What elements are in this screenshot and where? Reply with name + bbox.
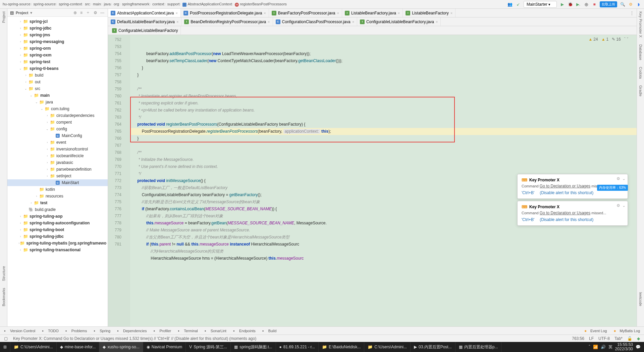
caret-pos[interactable]: 763:56 xyxy=(572,336,584,341)
editor-tab[interactable]: IConfigurableListableBeanFactory.java× xyxy=(357,17,441,26)
breadcrumb-item[interactable]: spring-source xyxy=(34,2,56,6)
editor-tab[interactable]: IBeanDefinitionRegistryPostProcessor.jav… xyxy=(181,17,273,26)
bottom-tool-dependencies[interactable]: ▪Dependencies xyxy=(117,328,147,333)
stop-icon[interactable]: ■ xyxy=(592,2,597,7)
windows-taskbar[interactable]: ⊞📁C:\Users\Admini...◆mine-base-infor...◆… xyxy=(0,342,644,352)
run-config-selector[interactable]: MainStarter ▾ xyxy=(524,1,557,8)
tree-node[interactable]: ›📁spring-tuling-aop xyxy=(7,213,108,220)
bottom-tool-sonarlint[interactable]: ▪SonarLint xyxy=(205,328,226,333)
taskbar-item[interactable]: ◆mine-base-infor... xyxy=(57,342,100,352)
tree-node[interactable]: ›📁event xyxy=(7,139,108,146)
project-tool[interactable]: Project xyxy=(2,11,6,23)
tree-node[interactable]: ›📁spring-tuling-mybatis [org.springframe… xyxy=(7,240,108,247)
gradle-tool[interactable]: Gradle xyxy=(639,85,643,96)
breadcrumb-item[interactable]: springframework xyxy=(122,2,149,6)
close-icon[interactable]: ⚙ xyxy=(616,176,620,181)
tree-node[interactable]: 📁kotlin xyxy=(7,186,108,193)
tree-node[interactable]: ⌄📁src xyxy=(7,85,108,92)
settings-icon[interactable]: ⚙ xyxy=(628,2,633,7)
bottom-tool-mybatis-log[interactable]: ●MyBatis Log xyxy=(613,328,640,333)
database-tool[interactable]: Database xyxy=(639,44,643,60)
taskbar-item[interactable]: 📁C:\Users\Admini... xyxy=(10,342,57,352)
profile-icon[interactable]: ◎ xyxy=(584,2,589,7)
tree-node[interactable]: ›📁spring-messaging xyxy=(7,38,108,45)
tree-node[interactable]: ⌄📁com.tuling xyxy=(7,105,108,112)
taskbar-item[interactable]: VSpring 源码-第三... xyxy=(186,342,231,352)
tree-node[interactable]: ⌄📁java xyxy=(7,99,108,105)
settings-icon[interactable]: ⚙ xyxy=(94,10,98,15)
tree-node[interactable]: ›📁setInject xyxy=(7,173,108,179)
editor-tab[interactable]: IListableBeanFactory.java× xyxy=(342,9,403,17)
breadcrumb-item[interactable]: java xyxy=(104,2,111,6)
tree-node[interactable]: 🐘build.gradle xyxy=(7,206,108,213)
taskbar-item[interactable]: ▦内置后置处理器p... xyxy=(455,342,502,352)
memory-badge[interactable]: 内存使用率：63% xyxy=(597,185,628,191)
tree-node[interactable]: ›📁spring-orm xyxy=(7,45,108,52)
close-icon[interactable]: × xyxy=(268,20,270,24)
tree-node[interactable]: ›📁spring-test xyxy=(7,58,108,65)
more-icon[interactable]: ◗ xyxy=(636,2,641,7)
tree-node[interactable]: ›📁build xyxy=(7,72,108,79)
project-tree[interactable]: ›📁spring-jcl›📁spring-jdbc›📁spring-jms›📁s… xyxy=(7,17,108,326)
taskbar-item[interactable]: ●81.69.15.221 - r... xyxy=(276,342,319,352)
breadcrumb-item[interactable]: main xyxy=(93,2,101,6)
bottom-tool-problems[interactable]: ▪Problems xyxy=(65,328,87,333)
close-icon[interactable]: × xyxy=(450,11,452,15)
system-tray[interactable]: ˆ📶🔊英15:55:532022/3/30💬 xyxy=(586,343,644,351)
bottom-tool-profiler[interactable]: ▪Profiler xyxy=(153,328,171,333)
tree-node[interactable]: ›📁javabasic xyxy=(7,159,108,166)
tree-node[interactable]: ⌄📁spring-tl-beans xyxy=(7,65,108,72)
fold-gutter[interactable] xyxy=(124,35,130,326)
search-icon[interactable]: 🔍 xyxy=(620,2,625,7)
breadcrumb-item[interactable]: hu-spring-source xyxy=(3,2,31,6)
hide-icon[interactable]: — xyxy=(100,10,105,15)
tree-node[interactable]: ›📁spring-tuling-boot xyxy=(7,226,108,233)
ide-status-icon[interactable]: ◆ xyxy=(637,336,640,341)
tree-node[interactable]: ›📁spring-jdbc xyxy=(7,25,108,32)
breadcrumb-item[interactable]: spring-context xyxy=(59,2,82,6)
bottom-tool-endpoints[interactable]: ▪Endpoints xyxy=(233,328,256,333)
bottom-tool-todo[interactable]: ▪TODO xyxy=(42,328,59,333)
debug-icon[interactable]: 🐞 xyxy=(568,2,573,7)
project-view-icon[interactable]: ▤ xyxy=(10,10,14,15)
taskbar-item[interactable]: ▶03.内置后置Post... xyxy=(411,342,455,352)
bottom-tool-version-control[interactable]: ▪Version Control xyxy=(4,328,35,333)
indent[interactable]: Tab* xyxy=(614,336,623,341)
close-icon[interactable]: × xyxy=(352,20,354,24)
taskbar-item[interactable]: ◆xushu-spring-so... xyxy=(99,342,143,352)
chevron-down-icon[interactable]: ⌄ xyxy=(622,176,626,181)
tree-node[interactable]: ›📁inversionofcontrol xyxy=(7,146,108,152)
key-promoter-tool[interactable]: Key Promoter X xyxy=(639,11,643,38)
bottom-tool-event-log[interactable]: ●Event Log xyxy=(584,328,607,333)
locate-icon[interactable]: ⊕ xyxy=(73,10,78,15)
taskbar-item[interactable]: 📁C:\Users\Admini... xyxy=(364,342,411,352)
disable-link[interactable]: (Disable alert for this shortcut) xyxy=(540,217,593,222)
tree-node[interactable]: ›📁iocbeanlifecicle xyxy=(7,152,108,159)
structure-tool[interactable]: Structure xyxy=(2,266,6,281)
bottom-tool-spring[interactable]: ▪Spring xyxy=(94,328,110,333)
close-icon[interactable]: × xyxy=(337,11,339,15)
encoding[interactable]: UTF-8 xyxy=(598,336,610,341)
tree-node[interactable]: ›📁parsebeandefinition xyxy=(7,166,108,173)
editor-tab[interactable]: CPostProcessorRegistrationDelegate.java× xyxy=(181,9,269,17)
taskbar-item[interactable]: ⊞ xyxy=(0,342,10,352)
tree-node[interactable]: ›📁spring-tuling-jdbc xyxy=(7,233,108,240)
breadcrumb-item[interactable]: support xyxy=(167,2,180,6)
tree-node[interactable]: ›📁compent xyxy=(7,119,108,126)
close-icon[interactable]: × xyxy=(436,20,438,24)
code-editor[interactable]: 7527537547557567577587597607617627637647… xyxy=(108,35,637,326)
tree-node[interactable]: CMainConfig xyxy=(7,132,108,139)
disable-link[interactable]: (Disable alert for this shortcut) xyxy=(540,190,593,195)
inspection-widget[interactable]: ▲24 ▲1 ✎16 ˆ ˅ xyxy=(588,37,629,42)
tree-node[interactable]: ⌄📁config xyxy=(7,126,108,132)
close-icon[interactable]: ⚙ xyxy=(616,203,620,208)
codota-tool[interactable]: Codota xyxy=(639,67,643,79)
bottom-tool-terminal[interactable]: ▪Terminal xyxy=(178,328,198,333)
tree-node[interactable]: ⌄📁main xyxy=(7,92,108,99)
leetcode-tool[interactable]: leetcode xyxy=(639,292,643,306)
status-icon[interactable]: ▢ xyxy=(4,336,8,341)
taskbar-item[interactable]: 📁E:\BaiduNetdisk... xyxy=(319,342,364,352)
taskbar-item[interactable]: ▦spring源码脑图.t... xyxy=(231,342,276,352)
tab-overflow-icon[interactable]: ⋮ xyxy=(627,11,637,15)
back-icon[interactable]: ↙ xyxy=(516,2,521,7)
